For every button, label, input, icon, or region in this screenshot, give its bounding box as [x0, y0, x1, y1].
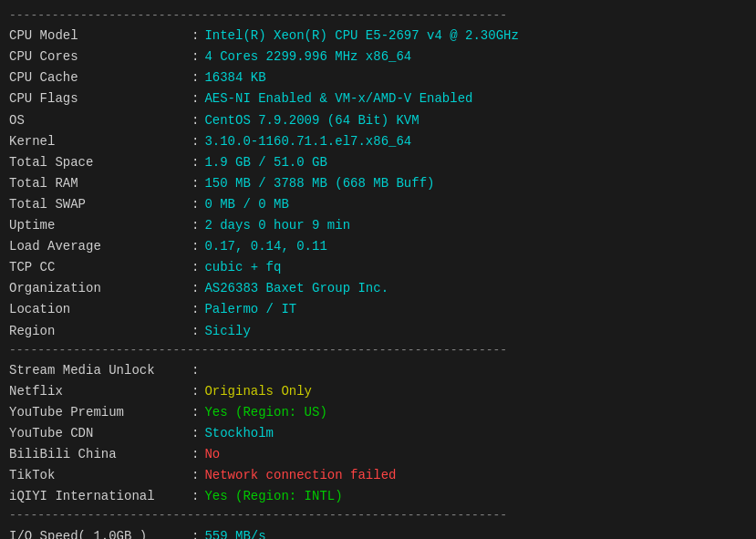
system-row: Total SWAP : 0 MB / 0 MB [9, 194, 747, 215]
row-value: 16384 KB [204, 67, 265, 88]
system-row: Total Space : 1.9 GB / 51.0 GB [9, 152, 747, 173]
row-label: YouTube Premium [9, 402, 192, 423]
stream-row: TikTok : Network connection failed [9, 465, 747, 486]
row-value: Originals Only [204, 381, 312, 402]
stream-section: Stream Media Unlock : Netflix : Original… [9, 360, 747, 508]
system-row: Location : Palermo / IT [9, 299, 747, 320]
row-label: Kernel [9, 131, 192, 152]
system-row: Uptime : 2 days 0 hour 9 min [9, 215, 747, 236]
divider-mid2: ----------------------------------------… [9, 507, 747, 523]
stream-row: BiliBili China : No [9, 444, 747, 465]
row-value: No [204, 444, 220, 465]
row-value: AES-NI Enabled & VM-x/AMD-V Enabled [204, 88, 472, 109]
row-value: 150 MB / 3788 MB (668 MB Buff) [204, 173, 434, 194]
system-row: CPU Model : Intel(R) Xeon(R) CPU E5-2697… [9, 26, 747, 47]
row-value: 1.9 GB / 51.0 GB [204, 152, 326, 173]
stream-row: YouTube CDN : Stockholm [9, 423, 747, 444]
stream-row: YouTube Premium : Yes (Region: US) [9, 402, 747, 423]
row-label: YouTube CDN [9, 423, 192, 444]
row-label: Uptime [9, 215, 192, 236]
row-label: Total SWAP [9, 194, 192, 215]
row-value: Intel(R) Xeon(R) CPU E5-2697 v4 @ 2.30GH… [204, 26, 518, 47]
system-row: CPU Cores : 4 Cores 2299.996 MHz x86_64 [9, 47, 747, 67]
divider-mid1: ----------------------------------------… [9, 342, 747, 358]
row-label: Netflix [9, 381, 192, 402]
row-label: Total RAM [9, 173, 192, 194]
row-value: cubic + fq [204, 257, 281, 278]
row-value: 2 days 0 hour 9 min [204, 215, 350, 236]
row-label: BiliBili China [9, 444, 192, 465]
row-label: Region [9, 321, 192, 342]
row-value: CentOS 7.9.2009 (64 Bit) KVM [204, 110, 419, 131]
system-row: Load Average : 0.17, 0.14, 0.11 [9, 236, 747, 257]
row-label: Load Average [9, 236, 192, 257]
row-label: CPU Flags [9, 88, 192, 109]
row-value: Sicily [204, 321, 250, 342]
stream-header-row: Stream Media Unlock : [9, 360, 747, 381]
divider-top: ----------------------------------------… [9, 7, 747, 24]
system-row: CPU Cache : 16384 KB [9, 67, 747, 88]
system-row: Region : Sicily [9, 321, 747, 342]
system-row: Organization : AS26383 Baxet Group Inc. [9, 278, 747, 299]
row-label: Organization [9, 278, 192, 299]
row-value: Yes (Region: INTL) [204, 486, 342, 507]
row-value: Network connection failed [204, 465, 396, 486]
row-label: Location [9, 299, 192, 320]
system-row: Kernel : 3.10.0-1160.71.1.el7.x86_64 [9, 131, 747, 152]
row-value: 4 Cores 2299.996 MHz x86_64 [204, 47, 411, 67]
io-row: I/O Speed( 1.0GB ) : 559 MB/s [9, 526, 747, 539]
row-value: 3.10.0-1160.71.1.el7.x86_64 [204, 131, 411, 152]
row-value: AS26383 Baxet Group Inc. [204, 278, 388, 299]
row-label: CPU Cores [9, 47, 192, 67]
system-row: CPU Flags : AES-NI Enabled & VM-x/AMD-V … [9, 88, 747, 109]
stream-row: Netflix : Originals Only [9, 381, 747, 402]
row-label: iQIYI International [9, 486, 192, 507]
system-row: OS : CentOS 7.9.2009 (64 Bit) KVM [9, 110, 747, 131]
terminal: ----------------------------------------… [0, 0, 756, 539]
row-value: 0 MB / 0 MB [204, 194, 288, 215]
row-value: 0.17, 0.14, 0.11 [204, 236, 326, 257]
row-value: 559 MB/s [204, 526, 265, 539]
row-label: TCP CC [9, 257, 192, 278]
row-value: Yes (Region: US) [204, 402, 326, 423]
row-label: CPU Model [9, 26, 192, 47]
row-label: CPU Cache [9, 67, 192, 88]
row-label: I/O Speed( 1.0GB ) [9, 526, 192, 539]
row-value: Palermo / IT [204, 299, 296, 320]
stream-header-label: Stream Media Unlock [9, 360, 192, 381]
row-label: Total Space [9, 152, 192, 173]
row-label: TikTok [9, 465, 192, 486]
system-row: TCP CC : cubic + fq [9, 257, 747, 278]
row-value: Stockholm [204, 423, 274, 444]
row-label: OS [9, 110, 192, 131]
stream-row: iQIYI International : Yes (Region: INTL) [9, 486, 747, 507]
io-section: I/O Speed( 1.0GB ) : 559 MB/s I/O Speed(… [9, 526, 747, 539]
system-section: CPU Model : Intel(R) Xeon(R) CPU E5-2697… [9, 26, 747, 341]
system-row: Total RAM : 150 MB / 3788 MB (668 MB Buf… [9, 173, 747, 194]
